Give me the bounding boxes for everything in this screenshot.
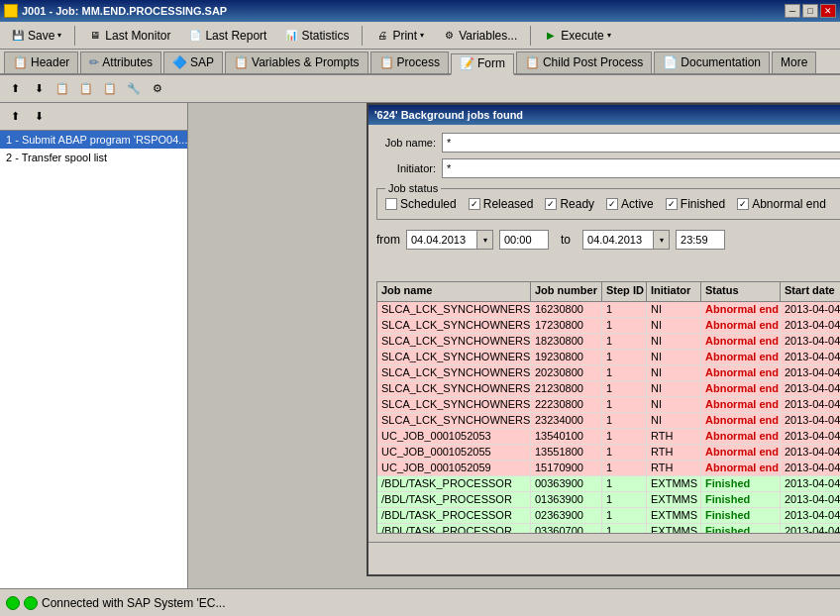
to-date-field[interactable] [583, 231, 653, 249]
from-time-field[interactable] [499, 230, 549, 250]
copy-button[interactable]: 📋 [52, 78, 73, 100]
cell-step: 1 [602, 381, 647, 396]
nav-up-button[interactable]: ⬆ [4, 78, 26, 100]
released-checkbox[interactable]: ✓ [469, 198, 480, 210]
scheduled-checkbox[interactable] [385, 198, 397, 210]
save-menu[interactable]: 💾 Save ▾ [4, 25, 68, 47]
table-row[interactable]: SLCA_LCK_SYNCHOWNERS 16230800 1 NI Abnor… [377, 302, 840, 318]
active-label: Active [621, 197, 654, 211]
table-row[interactable]: SLCA_LCK_SYNCHOWNERS 23234000 1 NI Abnor… [377, 413, 840, 429]
cell-jobname: SLCA_LCK_SYNCHOWNERS [377, 302, 531, 317]
cell-date: 2013-04-04 [781, 397, 840, 412]
tab-process[interactable]: 📋 Process [370, 51, 449, 73]
tab-process-icon: 📋 [379, 55, 394, 69]
table-row[interactable]: /BDL/TASK_PROCESSOR 03360700 1 EXTMMS Fi… [377, 524, 840, 533]
col-header-date: Start date [781, 282, 840, 301]
nav-down-button[interactable]: ⬇ [28, 78, 50, 100]
from-label: from [376, 233, 400, 247]
to-date-input[interactable]: ▾ [582, 230, 670, 250]
cell-status: Abnormal end [701, 318, 781, 333]
checkbox-ready[interactable]: ✓ Ready [545, 197, 594, 211]
last-monitor-menu[interactable]: 🖥 Last Monitor [81, 25, 177, 47]
col-header-jobname: Job name [377, 282, 531, 301]
cell-jobname: SLCA_LCK_SYNCHOWNERS [377, 381, 531, 396]
abnormal-checkbox[interactable]: ✓ [737, 198, 749, 210]
table-body[interactable]: SLCA_LCK_SYNCHOWNERS 16230800 1 NI Abnor… [377, 302, 840, 533]
center-panel: '624' Background jobs found ✕ Job name: … [188, 103, 840, 616]
to-time-field[interactable] [676, 230, 725, 250]
tab-form-label: Form [477, 56, 505, 70]
cell-init: EXTMMS [647, 476, 701, 491]
tab-documentation[interactable]: 📄 Documentation [654, 51, 770, 73]
checkbox-abnormal[interactable]: ✓ Abnormal end [737, 197, 826, 211]
from-date-field[interactable] [407, 231, 476, 249]
cell-date: 2013-04-04 [781, 334, 840, 349]
print-arrow: ▾ [420, 31, 424, 40]
table-row[interactable]: /BDL/TASK_PROCESSOR 00363900 1 EXTMMS Fi… [377, 476, 840, 492]
list-item[interactable]: 2 - Transfer spool list [0, 149, 187, 166]
last-report-menu[interactable]: 📄 Last Report [181, 25, 273, 47]
table-row[interactable]: SLCA_LCK_SYNCHOWNERS 20230800 1 NI Abnor… [377, 365, 840, 381]
cut-button[interactable]: 📋 [99, 78, 121, 100]
checkbox-finished[interactable]: ✓ Finished [666, 197, 725, 211]
from-date-input[interactable]: ▾ [406, 230, 493, 250]
print-menu[interactable]: 🖨 Print ▾ [368, 25, 431, 47]
tab-form[interactable]: 📝 Form [451, 53, 514, 75]
cell-jobnum: 22230800 [531, 397, 602, 412]
cell-init: NI [647, 334, 701, 349]
cell-date: 2013-04-04 [781, 381, 840, 396]
tab-header[interactable]: 📋 Header [4, 51, 78, 73]
paste-button[interactable]: 📋 [75, 78, 97, 100]
tools-button[interactable]: 🔧 [123, 78, 145, 100]
statistics-menu[interactable]: 📊 Statistics [277, 25, 356, 47]
left-up-button[interactable]: ⬆ [4, 106, 26, 128]
find-row: Find [376, 256, 840, 275]
dialog-title-bar: '624' Background jobs found ✕ [368, 105, 840, 125]
table-row[interactable]: SLCA_LCK_SYNCHOWNERS 18230800 1 NI Abnor… [377, 334, 840, 350]
close-button[interactable]: ✕ [820, 4, 836, 18]
cell-status: Abnormal end [701, 445, 781, 460]
list-item[interactable]: 1 - Submit ABAP program 'RSPO04... [0, 131, 187, 149]
tab-variables[interactable]: 📋 Variables & Prompts [225, 51, 368, 73]
finished-checkbox[interactable]: ✓ [666, 198, 678, 210]
table-row[interactable]: /BDL/TASK_PROCESSOR 02363900 1 EXTMMS Fi… [377, 508, 840, 524]
tab-attributes[interactable]: ✏ Attributes [80, 51, 161, 73]
cell-jobnum: 17230800 [531, 318, 602, 333]
checkbox-scheduled[interactable]: Scheduled [385, 197, 457, 211]
cell-status: Finished [701, 524, 781, 533]
toolbar: ⬆ ⬇ 📋 📋 📋 🔧 ⚙ [0, 75, 840, 103]
minimize-button[interactable]: ─ [785, 4, 800, 18]
table-row[interactable]: /BDL/TASK_PROCESSOR 01363900 1 EXTMMS Fi… [377, 492, 840, 508]
cell-status: Abnormal end [701, 413, 781, 428]
to-date-dropdown[interactable]: ▾ [653, 231, 669, 249]
variables-menu[interactable]: ⚙ Variables... [435, 25, 524, 47]
job-name-input[interactable] [442, 133, 840, 153]
table-row[interactable]: UC_JOB_0001052059 15170900 1 RTH Abnorma… [377, 461, 840, 476]
maximize-button[interactable]: □ [802, 4, 818, 18]
tab-sap[interactable]: 🔷 SAP [163, 51, 223, 73]
app-icon [4, 4, 18, 18]
checkbox-active[interactable]: ✓ Active [606, 197, 654, 211]
col-header-jobnum: Job number [531, 282, 602, 301]
tab-child-post[interactable]: 📋 Child Post Process [516, 51, 652, 73]
checkbox-released[interactable]: ✓ Released [469, 197, 534, 211]
table-row[interactable]: UC_JOB_0001052053 13540100 1 RTH Abnorma… [377, 429, 840, 445]
settings-button[interactable]: ⚙ [147, 78, 168, 100]
status-text: Connected with SAP System 'EC... [42, 596, 225, 610]
active-checkbox[interactable]: ✓ [606, 198, 618, 210]
table-row[interactable]: SLCA_LCK_SYNCHOWNERS 22230800 1 NI Abnor… [377, 397, 840, 413]
from-date-dropdown[interactable]: ▾ [476, 231, 492, 249]
ready-checkbox[interactable]: ✓ [545, 198, 557, 210]
save-icon: 💾 [11, 29, 25, 43]
table-row[interactable]: SLCA_LCK_SYNCHOWNERS 17230800 1 NI Abnor… [377, 318, 840, 334]
cell-init: EXTMMS [647, 492, 701, 507]
table-row[interactable]: SLCA_LCK_SYNCHOWNERS 21230800 1 NI Abnor… [377, 381, 840, 397]
table-row[interactable]: SLCA_LCK_SYNCHOWNERS 19230800 1 NI Abnor… [377, 350, 840, 365]
tab-more[interactable]: More [772, 51, 816, 73]
table-row[interactable]: UC_JOB_0001052055 13551800 1 RTH Abnorma… [377, 445, 840, 461]
initiator-input[interactable] [442, 158, 840, 178]
tab-child-label: Child Post Process [543, 55, 643, 69]
cell-jobnum: 20230800 [531, 365, 602, 380]
execute-menu[interactable]: ▶ Execute ▾ [537, 25, 617, 47]
left-down-button[interactable]: ⬇ [28, 106, 50, 128]
